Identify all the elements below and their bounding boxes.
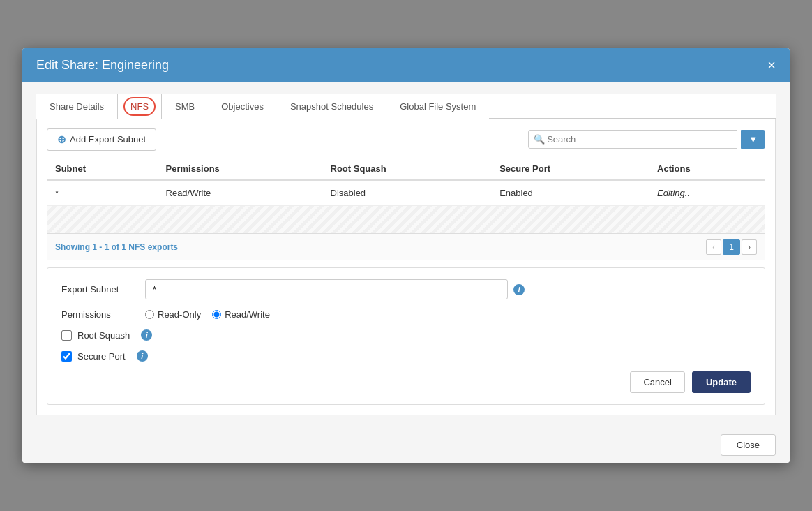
plus-icon: ⊕ bbox=[57, 133, 66, 146]
cell-subnet: * bbox=[47, 180, 158, 206]
secure-port-info-icon: i bbox=[137, 350, 148, 362]
toolbar: ⊕ Add Export Subnet 🔍 ▼ bbox=[47, 128, 765, 151]
table-body: * Read/Write Disabled Enabled Editing.. bbox=[47, 180, 765, 234]
modal-title: Edit Share: Engineering bbox=[36, 58, 169, 73]
root-squash-label[interactable]: Root Squash bbox=[77, 330, 130, 341]
footer-close-button[interactable]: Close bbox=[721, 434, 776, 456]
col-actions: Actions bbox=[649, 158, 765, 180]
cell-actions[interactable]: Editing.. bbox=[649, 180, 765, 206]
add-export-subnet-button[interactable]: ⊕ Add Export Subnet bbox=[47, 128, 156, 151]
page-1-button[interactable]: 1 bbox=[723, 239, 740, 255]
modal-body: Share Details NFS SMB Objectives Snapsho… bbox=[22, 82, 790, 427]
search-dropdown-button[interactable]: ▼ bbox=[741, 130, 765, 149]
radio-readwrite-input[interactable] bbox=[212, 310, 221, 319]
radio-readwrite[interactable]: Read/Write bbox=[212, 309, 270, 320]
permissions-row: Permissions Read-Only Read/Write bbox=[61, 309, 751, 320]
prev-page-button[interactable]: ‹ bbox=[706, 239, 721, 255]
search-icon: 🔍 bbox=[534, 134, 545, 145]
update-button[interactable]: Update bbox=[692, 371, 751, 393]
col-permissions: Permissions bbox=[158, 158, 322, 180]
empty-row bbox=[47, 205, 765, 233]
search-input[interactable] bbox=[528, 130, 737, 149]
exports-table: Subnet Permissions Root Squash Secure Po… bbox=[47, 158, 765, 234]
content-area: ⊕ Add Export Subnet 🔍 ▼ bbox=[36, 119, 776, 416]
col-secure-port: Secure Port bbox=[491, 158, 649, 180]
cell-permissions: Read/Write bbox=[158, 180, 322, 206]
secure-port-label[interactable]: Secure Port bbox=[77, 351, 126, 362]
modal: Edit Share: Engineering × Share Details … bbox=[22, 48, 790, 464]
table-header-row: Subnet Permissions Root Squash Secure Po… bbox=[47, 158, 765, 180]
tab-nfs[interactable]: NFS bbox=[117, 94, 162, 119]
tab-objectives[interactable]: Objectives bbox=[208, 94, 277, 119]
root-squash-row: Root Squash i bbox=[61, 329, 751, 341]
permissions-label: Permissions bbox=[61, 309, 145, 320]
col-subnet: Subnet bbox=[47, 158, 158, 180]
edit-form: Export Subnet i Permissions Read-Only bbox=[47, 267, 765, 405]
root-squash-checkbox[interactable] bbox=[61, 330, 72, 341]
tab-snapshot-schedules[interactable]: Snapshot Schedules bbox=[277, 94, 386, 119]
pagination-bar: Showing 1 - 1 of 1 NFS exports ‹ 1 › bbox=[47, 233, 765, 260]
tab-share-details[interactable]: Share Details bbox=[36, 94, 117, 119]
next-page-button[interactable]: › bbox=[742, 239, 757, 255]
tabs-container: Share Details NFS SMB Objectives Snapsho… bbox=[36, 94, 776, 119]
pagination-controls: ‹ 1 › bbox=[706, 239, 757, 255]
radio-readonly-input[interactable] bbox=[145, 310, 154, 319]
modal-footer: Close bbox=[22, 427, 790, 463]
form-actions: Cancel Update bbox=[61, 371, 751, 393]
radio-readonly[interactable]: Read-Only bbox=[145, 309, 201, 320]
export-subnet-row: Export Subnet i bbox=[61, 279, 751, 299]
secure-port-checkbox[interactable] bbox=[61, 351, 72, 362]
modal-header: Edit Share: Engineering × bbox=[22, 48, 790, 82]
search-area: 🔍 ▼ bbox=[528, 130, 765, 149]
pagination-info: Showing 1 - 1 of 1 NFS exports bbox=[55, 242, 178, 252]
modal-overlay: Edit Share: Engineering × Share Details … bbox=[0, 0, 812, 511]
col-root-squash: Root Squash bbox=[322, 158, 492, 180]
tab-smb[interactable]: SMB bbox=[162, 94, 208, 119]
secure-port-row: Secure Port i bbox=[61, 350, 751, 362]
modal-close-button[interactable]: × bbox=[767, 58, 776, 72]
cancel-button[interactable]: Cancel bbox=[630, 371, 684, 393]
cell-secure-port: Enabled bbox=[491, 180, 649, 206]
export-subnet-info-icon: i bbox=[513, 284, 525, 295]
export-subnet-label: Export Subnet bbox=[61, 284, 145, 295]
search-input-wrap: 🔍 bbox=[528, 130, 737, 149]
cell-root-squash: Disabled bbox=[322, 180, 492, 206]
table-header: Subnet Permissions Root Squash Secure Po… bbox=[47, 158, 765, 180]
root-squash-info-icon: i bbox=[141, 329, 152, 341]
export-subnet-input[interactable] bbox=[145, 279, 508, 299]
tab-global-file-system[interactable]: Global File System bbox=[386, 94, 489, 119]
table-row: * Read/Write Disabled Enabled Editing.. bbox=[47, 180, 765, 206]
permissions-radio-group: Read-Only Read/Write bbox=[145, 309, 270, 320]
